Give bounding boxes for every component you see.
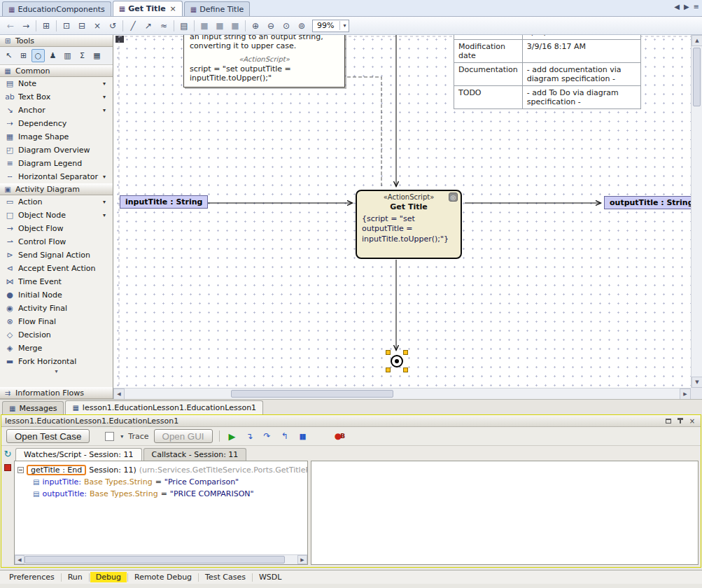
note-anchor-line[interactable] [347, 77, 381, 188]
oval-tool[interactable]: ○ [31, 49, 45, 62]
palette-item-image-shape[interactable]: ▦Image Shape [0, 130, 113, 144]
open-test-case-button[interactable]: Open Test Case [6, 429, 90, 443]
palette-item-text-box[interactable]: abText Box▾ [0, 90, 113, 104]
activity-final-node[interactable] [391, 355, 403, 368]
watch-root-row[interactable]: getTitle : End Session: 11) (urn:Service… [17, 464, 304, 476]
scroll-up-icon[interactable]: ▲ [692, 35, 702, 46]
palette-scroll-down-icon[interactable]: ▾ [0, 368, 113, 375]
dropdown-arrow-icon[interactable]: ▾ [103, 174, 110, 180]
palette-item-send-signal-action[interactable]: ⊳Send Signal Action [0, 248, 113, 262]
containment-tree-icon[interactable]: ⊞ [38, 19, 54, 33]
watch-row-inputtitle[interactable]: ▤ inputTitle: Base Types.String = "Price… [17, 476, 304, 488]
palette-item-decision[interactable]: ◇Decision [0, 328, 113, 342]
terminate-icon[interactable] [4, 464, 11, 471]
highlighted-watch-node[interactable]: getTitle : End [27, 465, 86, 475]
tab-define-title[interactable]: ▦ Define Title [184, 1, 250, 16]
dropdown-arrow-icon[interactable]: ▾ [103, 199, 110, 205]
zoom-level-combo[interactable]: 99% ▾ [312, 20, 349, 32]
scroll-tabs-right-icon[interactable]: ▶ [684, 3, 689, 10]
palette-item-action[interactable]: ▭Action▾ [0, 195, 113, 209]
stop-debug-icon[interactable]: ●B [334, 429, 346, 443]
draw-line-icon[interactable]: ╱ [125, 19, 141, 33]
palette-item-fork-horizontal[interactable]: ▬Fork Horizontal [0, 355, 113, 368]
trace-checkbox[interactable] [105, 432, 114, 441]
delete-icon[interactable]: × [90, 19, 105, 33]
watch-row-outputtitle[interactable]: ▤ outputTitle: Base Types.String = "PRIC… [17, 488, 304, 500]
palette-item-diagram-overview[interactable]: ◰Diagram Overview [0, 144, 113, 157]
canvas-horizontal-scrollbar[interactable]: ◀ ▶ [113, 388, 691, 399]
scroll-right-icon[interactable]: ▶ [297, 555, 307, 564]
dropdown-arrow-icon[interactable]: ▾ [103, 94, 110, 100]
input-pin-node[interactable]: inputTitle : String [120, 195, 208, 209]
tab-education-lesson[interactable]: ▦ lesson1.EducationLesson1.EducationLess… [65, 400, 263, 414]
watches-horizontal-scrollbar[interactable]: ◀ ▶ [15, 554, 307, 564]
pause-icon[interactable]: ▮▮ [296, 429, 309, 443]
forward-icon[interactable]: → [18, 19, 34, 33]
pin-window-icon[interactable] [675, 416, 685, 426]
float-window-icon[interactable] [664, 416, 673, 426]
diagram-info-table[interactable]: Creation date3/21/07 4:54 PM Modificatio… [454, 35, 641, 109]
diagram-canvas[interactable]: an input string to an output string, con… [113, 35, 691, 388]
swimlane-tool[interactable]: ▥ [61, 49, 74, 62]
step-into-icon[interactable]: ↴ [244, 429, 256, 443]
watches-pane[interactable]: getTitle : End Session: 11) (urn:Service… [14, 461, 308, 565]
open-gui-button[interactable]: Open GUI [154, 429, 213, 443]
group-tool[interactable]: ⊞ [17, 49, 30, 62]
palette-item-merge[interactable]: ◈Merge [0, 342, 113, 355]
copy-icon[interactable]: ⊡ [59, 19, 74, 33]
scrollbar-thumb[interactable] [24, 556, 285, 564]
actor-tool[interactable]: ♟ [46, 49, 59, 62]
dock-title-bar[interactable]: lesson1.EducationLesson1.EducationLesson… [1, 415, 701, 427]
tab-educationcomponents[interactable]: ▦ EducationComponents [2, 1, 111, 16]
align-center-icon[interactable]: ■ [212, 19, 227, 33]
zoom-selection-icon[interactable]: ⊚ [294, 19, 309, 33]
statusbar-item-test-cases[interactable]: Test Cases [199, 572, 251, 582]
palette-item-object-node[interactable]: □Object Node▾ [0, 209, 113, 222]
zoom-out-icon[interactable]: ⊖ [263, 19, 279, 33]
scroll-tabs-left-icon[interactable]: ◀ [674, 3, 680, 10]
palette-item-diagram-legend[interactable]: ≡Diagram Legend [0, 157, 113, 170]
palette-section-information-flows[interactable]: ⇉ Information Flows [0, 387, 113, 399]
step-over-icon[interactable]: ↷ [261, 429, 274, 443]
selection-handle[interactable] [403, 368, 408, 372]
table-tool[interactable]: ▦ [90, 49, 104, 62]
dropdown-arrow-icon[interactable]: ▾ [103, 80, 110, 87]
sum-tool[interactable]: Σ [76, 49, 89, 62]
close-window-icon[interactable]: × [687, 416, 697, 426]
back-icon[interactable]: ← [3, 19, 18, 33]
palette-section-common[interactable]: ▦ Common [0, 65, 113, 77]
palette-item-flow-final[interactable]: ⊗Flow Final [0, 315, 113, 328]
resume-icon[interactable]: ▶ [226, 429, 239, 443]
palette-item-dependency[interactable]: ⇢Dependency [0, 117, 113, 130]
palette-item-anchor[interactable]: ↘Anchor▾ [0, 104, 113, 117]
chevron-down-icon[interactable]: ▾ [339, 21, 347, 30]
statusbar-item-wsdl[interactable]: WSDL [253, 572, 287, 582]
scroll-right-icon[interactable]: ▶ [680, 388, 691, 400]
undo-icon[interactable]: ↺ [105, 19, 120, 33]
statusbar-item-preferences[interactable]: Preferences [3, 572, 60, 582]
palette-item-object-flow[interactable]: →Object Flow [0, 222, 113, 235]
selection-handle[interactable] [386, 368, 391, 372]
palette-item-control-flow[interactable]: ⇀Control Flow [0, 235, 113, 248]
auto-refresh-icon[interactable]: ↻ [4, 449, 12, 459]
statusbar-item-debug[interactable]: Debug [90, 572, 127, 582]
statusbar-item-remote-debug[interactable]: Remote Debug [129, 572, 197, 582]
script-pane[interactable] [311, 461, 699, 565]
draw-arrow-icon[interactable]: ↗ [141, 19, 156, 33]
scrollbar-thumb[interactable] [231, 390, 393, 398]
collapse-expander-icon[interactable] [17, 467, 24, 473]
align-left-icon[interactable]: ■ [197, 19, 212, 33]
palette-item-initial-node[interactable]: ●Initial Node [0, 288, 113, 302]
tab-watches-script[interactable]: Watches/Script - Session: 11 [15, 448, 142, 461]
dropdown-arrow-icon[interactable]: ▾ [103, 107, 110, 113]
scroll-left-icon[interactable]: ◀ [113, 388, 125, 400]
palette-section-tools[interactable]: ⊞ Tools [0, 35, 113, 47]
action-node-get-title[interactable]: «ActionScript» ◎ Get Title {script = "se… [356, 190, 462, 259]
statusbar-item-run[interactable]: Run [62, 572, 88, 582]
tab-callstack[interactable]: Callstack - Session: 11 [143, 448, 247, 461]
chevron-down-icon[interactable]: ▾ [120, 433, 123, 440]
palette-item-accept-event-action[interactable]: ⊲Accept Event Action [0, 262, 113, 275]
palette-item-activity-final[interactable]: ◉Activity Final [0, 302, 113, 315]
tab-list-icon[interactable]: ≡ [694, 3, 699, 10]
step-out-icon[interactable]: ↰ [279, 429, 291, 443]
